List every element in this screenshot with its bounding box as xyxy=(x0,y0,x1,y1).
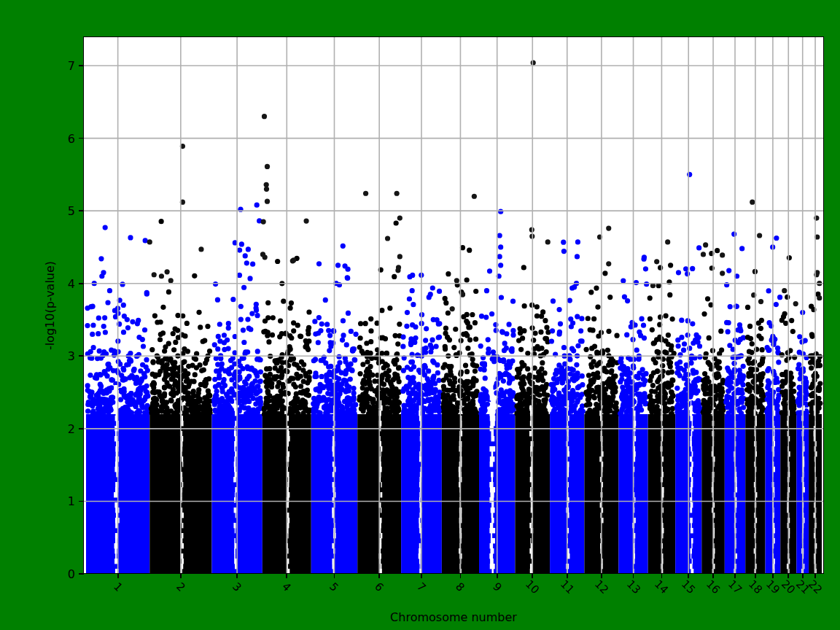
y-tick-label: 0 xyxy=(68,567,75,581)
x-tick-label: 16 xyxy=(704,578,723,596)
x-tick-label: 1 xyxy=(111,580,125,594)
x-tick-label: 18 xyxy=(746,578,765,596)
x-tick-label: 10 xyxy=(523,578,542,596)
y-tick xyxy=(79,210,84,211)
x-tick xyxy=(236,573,238,578)
y-axis-title: -log10(p-value) xyxy=(43,260,57,349)
x-tick xyxy=(286,573,287,578)
manhattan-plot-figure: 01234567 1234567891011121314151617181920… xyxy=(0,0,840,630)
y-tick-label: 4 xyxy=(68,276,75,290)
y-tick xyxy=(79,573,84,575)
x-tick-label: 4 xyxy=(280,580,294,594)
y-tick xyxy=(79,138,84,139)
x-tick-label: 2 xyxy=(174,580,187,594)
y-tick xyxy=(79,65,84,66)
x-tick xyxy=(334,573,335,578)
y-tick-label: 2 xyxy=(68,421,75,435)
y-tick-label: 3 xyxy=(68,349,75,363)
x-tick xyxy=(497,573,498,578)
y-tick-label: 7 xyxy=(68,59,75,73)
x-tick-label: 7 xyxy=(414,580,428,594)
y-tick xyxy=(79,283,84,284)
x-tick xyxy=(117,573,119,578)
plot-area xyxy=(84,37,823,573)
x-tick xyxy=(180,573,182,578)
x-tick xyxy=(378,573,380,578)
x-tick-label: 17 xyxy=(726,578,744,596)
x-tick-label: 12 xyxy=(592,578,611,596)
x-tick-label: 15 xyxy=(679,578,698,596)
x-tick-label: 8 xyxy=(454,580,467,594)
x-tick-label: 5 xyxy=(327,580,341,594)
x-axis-title: Chromosome number xyxy=(390,610,517,624)
y-tick xyxy=(79,501,84,502)
x-tick-label: 13 xyxy=(623,578,642,596)
x-tick-label: 6 xyxy=(372,580,386,594)
y-tick-label: 6 xyxy=(68,131,75,145)
x-tick-label: 22 xyxy=(806,578,825,596)
y-tick-label: 1 xyxy=(68,494,75,508)
manhattan-scatter-canvas xyxy=(84,37,823,573)
y-tick xyxy=(79,355,84,357)
y-tick xyxy=(79,428,84,429)
y-tick-label: 5 xyxy=(68,204,75,218)
x-tick-label: 9 xyxy=(490,580,504,594)
x-tick xyxy=(421,573,422,578)
x-tick xyxy=(460,573,462,578)
x-tick-label: 14 xyxy=(652,578,671,596)
x-tick-label: 11 xyxy=(558,578,577,596)
x-tick-label: 3 xyxy=(230,580,244,594)
